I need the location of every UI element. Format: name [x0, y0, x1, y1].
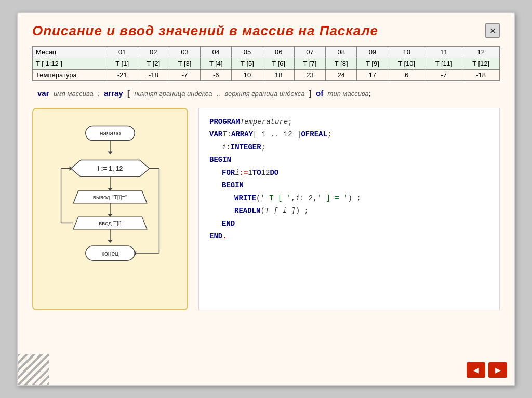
table-cell: -18: [462, 69, 500, 80]
page-title: Описание и ввод значений в массив на Пас…: [32, 23, 378, 39]
code-token-plain: ;: [261, 141, 265, 154]
table-cell: T [5]: [232, 58, 263, 69]
close-button[interactable]: ✕: [485, 23, 500, 38]
nav-buttons: ◀ ▶: [467, 362, 507, 378]
code-token-kw: DO: [270, 167, 278, 180]
code-line: VAR T : ARRAY [ 1 .. 12 ] OF REAL ;: [209, 128, 489, 141]
table-cell: 04: [201, 46, 232, 58]
back-button[interactable]: ◀: [467, 362, 485, 378]
code-line: BEGIN: [209, 154, 489, 167]
table-cell: 07: [294, 46, 325, 58]
code-token-kw: INTEGER: [231, 141, 261, 154]
title-bar: Описание и ввод значений в массив на Пас…: [32, 23, 500, 39]
bottom-section: начало i := 1, 12 вывод "T[i]=" ввод T[: [32, 108, 500, 310]
table-cell: -18: [138, 69, 169, 80]
code-token-plain: ;: [327, 128, 331, 141]
table-cell: -7: [425, 69, 462, 80]
flowchart-box: начало i := 1, 12 вывод "T[i]=" ввод T[: [32, 108, 188, 310]
code-token-kw: ARRAY: [231, 128, 253, 141]
table-row: Месяц010203040506070809101112: [33, 46, 500, 58]
code-token-plain: (: [260, 204, 264, 217]
slide: Описание и ввод значений в массив на Пас…: [17, 12, 515, 386]
svg-marker-19: [70, 166, 73, 170]
table-cell: 10: [232, 69, 263, 80]
code-token-plain: (: [256, 192, 260, 205]
code-line: READLN ( T [ i ] ) ;: [234, 204, 489, 217]
table-cell: 08: [326, 46, 357, 58]
code-line: FOR i := 1 TO 12 DO: [222, 167, 489, 180]
table-cell: 03: [169, 46, 200, 58]
code-token-kw: END: [222, 217, 235, 230]
code-token-op: .: [222, 230, 227, 243]
code-token-plain: [ 1 .. 12 ]: [253, 128, 301, 141]
table-cell: T [6]: [263, 58, 294, 69]
code-token-kw: BEGIN: [222, 179, 244, 192]
code-token-str: ' T [ ': [260, 192, 291, 205]
table-cell: -21: [107, 69, 138, 80]
table-cell: 10: [388, 46, 425, 58]
code-line: END: [222, 217, 489, 230]
flowchart-svg: начало i := 1, 12 вывод "T[i]=" ввод T[: [48, 121, 172, 297]
table-row: T [ 1:12 ]T [1]T [2]T [3]T [4]T [5]T [6]…: [33, 58, 500, 69]
code-token-plain: :: [227, 128, 231, 141]
table-cell: T [3]: [169, 58, 200, 69]
table-cell-label: Температура: [33, 69, 107, 80]
code-token-id: T: [222, 128, 227, 141]
var-keyword: var: [37, 89, 49, 98]
code-token-kw: PROGRAM: [209, 116, 240, 129]
high-label: верхняя граница индекса: [225, 90, 305, 98]
svg-marker-11: [108, 214, 112, 217]
syntax-line: var имя массива : array [ нижняя граница…: [32, 87, 500, 100]
table-cell: T [7]: [294, 58, 325, 69]
code-token-plain: 12: [261, 167, 270, 180]
code-token-op: :=: [240, 167, 248, 180]
code-token-id: i: [296, 192, 300, 205]
table-cell: T [10]: [388, 58, 425, 69]
svg-text:конец: конец: [102, 250, 119, 257]
table-row: Температура-21-18-7-610182324176-7-18: [33, 69, 500, 80]
open-bracket: [: [127, 89, 130, 98]
table-cell: 24: [326, 69, 357, 80]
code-token-kw: BEGIN: [209, 154, 231, 167]
dots: ..: [217, 90, 220, 98]
svg-marker-7: [108, 188, 112, 191]
code-token-id: i: [235, 167, 239, 180]
of-keyword: of: [316, 89, 323, 98]
svg-text:вывод  "T[i]=": вывод "T[i]=": [93, 194, 127, 200]
svg-marker-15: [108, 240, 112, 243]
code-token-plain: ) ;: [348, 192, 361, 205]
type-label: тип массива: [328, 90, 369, 98]
code-line: BEGIN: [222, 179, 489, 192]
table-cell: T [11]: [425, 58, 462, 69]
table-cell-label: Месяц: [33, 46, 107, 58]
table-cell: 18: [263, 69, 294, 80]
code-token-kw: END: [209, 230, 222, 243]
table-cell-label: T [ 1:12 ]: [33, 58, 107, 69]
table-cell: 09: [357, 46, 388, 58]
table-cell: 23: [294, 69, 325, 80]
table-cell: 01: [107, 46, 138, 58]
code-line: END .: [209, 230, 489, 243]
code-token-plain: : 2,: [300, 192, 317, 205]
table-cell: 17: [357, 69, 388, 80]
code-box: PROGRAM Temperature ;VAR T : ARRAY [ 1 .…: [198, 108, 500, 310]
code-token-plain: ,: [291, 192, 295, 205]
code-token-id: Temperature: [240, 116, 288, 129]
code-token-kw: VAR: [209, 128, 222, 141]
code-token-id: i: [222, 141, 226, 154]
code-token-plain: ;: [288, 116, 292, 129]
code-line: i : INTEGER ;: [222, 141, 489, 154]
code-token-kw: WRITE: [234, 192, 256, 205]
forward-button[interactable]: ▶: [488, 362, 507, 378]
table-cell: 12: [462, 46, 500, 58]
code-token-kw: READLN: [234, 204, 260, 217]
colon: :: [98, 90, 100, 98]
svg-text:i := 1, 12: i := 1, 12: [98, 165, 123, 172]
table-cell: 06: [263, 46, 294, 58]
code-token-kw: FOR: [222, 167, 235, 180]
table-cell: T [8]: [326, 58, 357, 69]
code-token-plain: ) ;: [296, 204, 309, 217]
code-line: PROGRAM Temperature ;: [209, 116, 489, 129]
code-token-kw: REAL: [310, 128, 327, 141]
table-cell: T [9]: [357, 58, 388, 69]
